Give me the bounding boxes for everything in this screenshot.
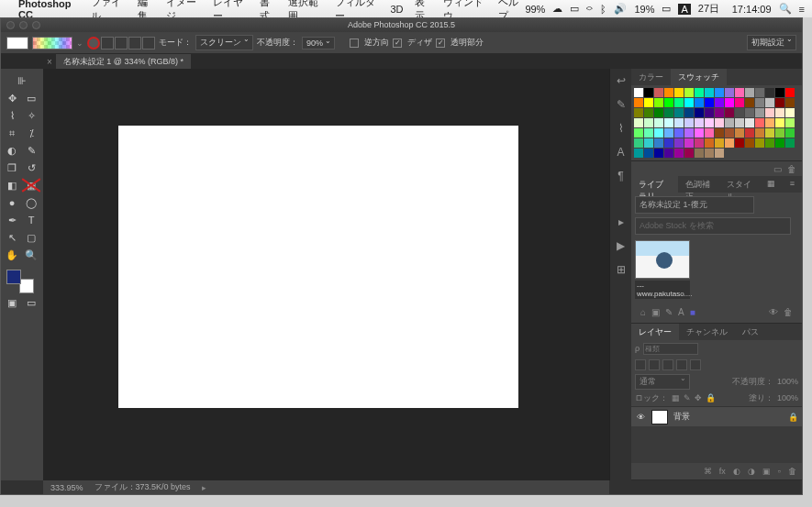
lasso-tool[interactable]: ⌇ bbox=[3, 107, 21, 124]
filter-smart-icon[interactable] bbox=[690, 359, 701, 370]
blur-tool[interactable]: ● bbox=[3, 194, 21, 211]
canvas-area[interactable] bbox=[43, 69, 609, 480]
gradient-reflected[interactable] bbox=[128, 37, 141, 50]
dither-checkbox[interactable] bbox=[393, 39, 402, 48]
swatch[interactable] bbox=[664, 88, 673, 97]
swatch[interactable] bbox=[755, 98, 764, 107]
lib-char-icon[interactable]: A bbox=[678, 307, 684, 317]
swatch[interactable] bbox=[715, 118, 724, 127]
swatch[interactable] bbox=[775, 108, 784, 117]
actions-icon[interactable]: ▸ bbox=[614, 215, 628, 230]
swatches-tab[interactable]: スウォッチ bbox=[671, 69, 727, 85]
channels-tab[interactable]: チャンネル bbox=[679, 324, 735, 340]
grid-view-icon[interactable]: ▦ bbox=[760, 176, 783, 193]
swatch[interactable] bbox=[735, 118, 744, 127]
swatch[interactable] bbox=[654, 128, 663, 138]
swatch[interactable] bbox=[695, 138, 704, 148]
swatch[interactable] bbox=[705, 118, 714, 127]
filter-pixel-icon[interactable] bbox=[635, 359, 646, 370]
swatch[interactable] bbox=[735, 138, 744, 148]
history-brush-tool[interactable]: ↺ bbox=[22, 160, 40, 176]
swatch[interactable] bbox=[674, 149, 684, 158]
swatch[interactable] bbox=[644, 108, 653, 117]
tool-preset-picker[interactable] bbox=[6, 37, 28, 50]
doc-icon[interactable]: ▭ bbox=[773, 164, 782, 174]
hand-tool[interactable]: ✋ bbox=[3, 247, 21, 263]
swatch[interactable] bbox=[684, 98, 694, 107]
wifi-icon[interactable]: ⌔ bbox=[586, 4, 593, 15]
filter-type-icon[interactable] bbox=[662, 359, 673, 370]
swatch[interactable] bbox=[634, 138, 643, 148]
file-size[interactable]: ファイル：373.5K/0 bytes bbox=[95, 481, 191, 493]
lib-home-icon[interactable]: ⌂ bbox=[640, 307, 646, 317]
swatch[interactable] bbox=[785, 98, 795, 107]
swatch[interactable] bbox=[634, 98, 643, 107]
spotlight-icon[interactable]: 🔍 bbox=[779, 3, 792, 15]
swatch[interactable] bbox=[745, 118, 754, 127]
swatch[interactable] bbox=[705, 98, 714, 107]
layer-filter-input[interactable] bbox=[643, 343, 698, 355]
swatch[interactable] bbox=[725, 108, 734, 117]
swatch[interactable] bbox=[684, 138, 694, 148]
swatch[interactable] bbox=[674, 98, 684, 107]
swatch[interactable] bbox=[715, 149, 724, 158]
healing-brush-tool[interactable]: ◐ bbox=[3, 142, 21, 159]
swatch[interactable] bbox=[684, 149, 694, 158]
swatch[interactable] bbox=[735, 88, 744, 97]
paragraph-icon[interactable]: ¶ bbox=[614, 170, 628, 184]
swatch[interactable] bbox=[674, 108, 684, 117]
swatch[interactable] bbox=[664, 138, 673, 148]
swatch[interactable] bbox=[674, 128, 684, 138]
quick-mask-toggle[interactable]: ▣ bbox=[3, 294, 21, 311]
list-view-icon[interactable]: ≡ bbox=[783, 176, 802, 193]
swatch[interactable] bbox=[775, 128, 784, 138]
swatch[interactable] bbox=[654, 118, 663, 127]
swatch[interactable] bbox=[755, 118, 764, 127]
swatch[interactable] bbox=[654, 98, 663, 107]
swatch[interactable] bbox=[705, 138, 714, 148]
swatch[interactable] bbox=[644, 118, 653, 127]
play-icon[interactable]: ▶ bbox=[614, 239, 628, 254]
swatch[interactable] bbox=[674, 118, 684, 127]
tv-icon[interactable]: ▭ bbox=[570, 3, 579, 15]
workspace-preset-dropdown[interactable]: 初期設定 bbox=[747, 35, 796, 50]
fill-value[interactable]: 100% bbox=[777, 393, 798, 402]
swatch[interactable] bbox=[664, 128, 673, 138]
library-dropdown[interactable]: 名称未設定 1-復元 bbox=[635, 196, 754, 214]
swatch[interactable] bbox=[664, 98, 673, 107]
swatch[interactable] bbox=[755, 88, 764, 97]
lib-mask-icon[interactable]: ▣ bbox=[651, 307, 660, 317]
char-icon[interactable]: A bbox=[614, 146, 628, 160]
marquee-tool[interactable]: ▭ bbox=[22, 90, 40, 106]
swatch[interactable] bbox=[674, 88, 684, 97]
tab-handle[interactable]: ⊪ bbox=[3, 72, 41, 89]
swatch[interactable] bbox=[705, 149, 714, 158]
swatch[interactable] bbox=[684, 88, 694, 97]
lock-all-icon[interactable]: 🔒 bbox=[706, 393, 716, 402]
document-canvas[interactable] bbox=[118, 126, 518, 408]
swatch[interactable] bbox=[634, 128, 643, 138]
swatch[interactable] bbox=[755, 128, 764, 138]
swatch[interactable] bbox=[654, 138, 663, 148]
history-icon[interactable]: ↩ bbox=[614, 74, 628, 89]
layers-tab[interactable]: レイヤー bbox=[631, 324, 679, 340]
layer-name[interactable]: 背景 bbox=[673, 411, 690, 423]
stock-search-input[interactable]: Adobe Stock を検索 bbox=[635, 217, 791, 235]
menu-icon[interactable]: ≡ bbox=[799, 4, 805, 15]
blend-mode-dropdown[interactable]: スクリーン bbox=[195, 35, 253, 50]
color-tab[interactable]: カラー bbox=[631, 69, 671, 85]
zoom-tool[interactable]: 🔍 bbox=[22, 247, 40, 263]
paths-tab[interactable]: パス bbox=[735, 324, 766, 340]
zoom-level[interactable]: 333.95% bbox=[50, 483, 83, 492]
swatch[interactable] bbox=[765, 128, 774, 138]
swatch[interactable] bbox=[775, 98, 784, 107]
rectangle-tool[interactable]: ▢ bbox=[22, 229, 40, 246]
swatch[interactable] bbox=[654, 108, 663, 117]
adjust-layer-icon[interactable]: ◑ bbox=[748, 467, 755, 476]
swatch[interactable] bbox=[765, 98, 774, 107]
mask-icon[interactable]: ◐ bbox=[733, 467, 740, 476]
pen-tool[interactable]: ✒ bbox=[3, 212, 21, 228]
swatch[interactable] bbox=[695, 118, 704, 127]
swatch[interactable] bbox=[765, 108, 774, 117]
brush-presets-icon[interactable]: ✎ bbox=[614, 98, 628, 113]
